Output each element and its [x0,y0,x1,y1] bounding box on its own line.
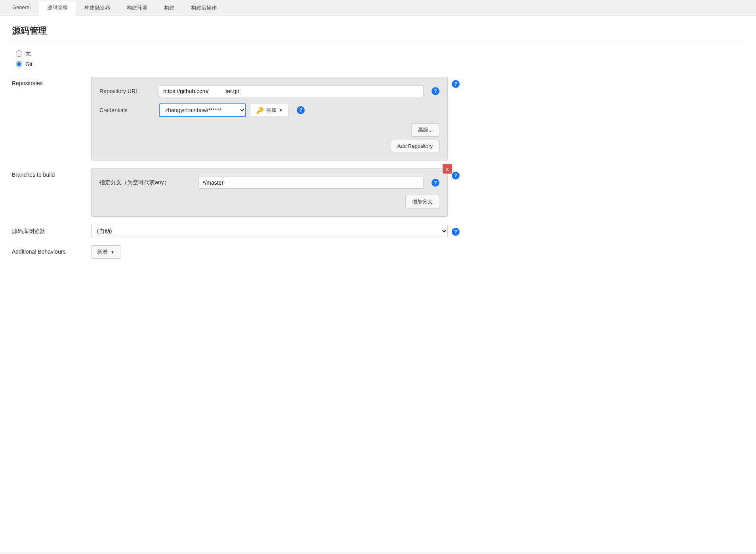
credentials-label: Credentials [99,107,155,113]
main-content: 源码管理 无 Git Repositories Repository URL ?… [0,15,756,552]
add-repo-row: Add Repository [99,140,439,152]
tab-post-build[interactable]: 构建后操作 [183,0,225,15]
browser-label: 源码库浏览器 [12,225,91,235]
add-branch-row: 增加分支 [99,195,439,208]
tab-build[interactable]: 构建 [156,0,183,15]
page-title: 源码管理 [12,25,744,42]
repo-url-help-icon[interactable]: ? [431,87,439,95]
radio-none-input[interactable] [16,50,22,57]
branch-input[interactable] [199,177,424,189]
credentials-help-icon[interactable]: ? [297,106,305,114]
repositories-label: Repositories [12,77,91,86]
credentials-row: Credentials zhangyinrainbow/******- 无 - … [99,103,439,117]
radio-none-option[interactable]: 无 [16,50,744,57]
repo-url-row: Repository URL ? [99,85,439,97]
advanced-button[interactable]: 高级... [411,123,439,137]
repo-url-input[interactable] [159,85,424,97]
repo-url-label: Repository URL [99,88,155,94]
tab-general[interactable]: General [4,0,39,15]
branch-input-label: 指定分支（为空时代表any） [99,179,195,186]
additional-content: 新增 ▼ [91,245,120,259]
radio-git-option[interactable]: Git [16,61,744,67]
add-behaviour-arrow: ▼ [111,250,115,254]
radio-git-label: Git [25,61,32,67]
add-branch-button[interactable]: 增加分支 [405,195,439,208]
tab-triggers[interactable]: 构建触发器 [76,0,118,15]
repositories-row: Repositories Repository URL ? Credential… [12,77,744,160]
browser-row: 源码库浏览器 (自动)GitHubGitLabBitbucket ? [12,225,744,237]
tabs-bar: General 源码管理 构建触发器 构建环境 构建 构建后操作 [0,0,756,15]
branch-input-row: 指定分支（为空时代表any） ? [99,177,439,189]
branches-section-help-icon[interactable]: ? [452,172,460,180]
tab-scm[interactable]: 源码管理 [39,0,76,15]
add-cred-text: 添加 [266,107,277,114]
browser-help-icon[interactable]: ? [452,228,460,236]
tab-env[interactable]: 构建环境 [118,0,156,15]
radio-git-input[interactable] [16,61,22,67]
add-cred-arrow: ▼ [279,108,283,113]
repo-buttons-row: 高级... [99,123,439,137]
radio-group: 无 Git [12,50,744,67]
branch-help-icon[interactable]: ? [431,179,439,187]
radio-none-label: 无 [25,50,31,57]
additional-label: Additional Behaviours [12,245,91,255]
branches-label: Branches to build [12,168,91,178]
add-behaviour-button[interactable]: 新增 ▼ [91,245,120,259]
delete-branch-button[interactable]: x [443,164,452,174]
branches-row: Branches to build x 指定分支（为空时代表any） ? 增加分… [12,168,744,217]
repositories-section-help-icon[interactable]: ? [452,80,460,88]
add-credentials-button[interactable]: 🔑 添加 ▼ [250,104,289,117]
branches-content: x 指定分支（为空时代表any） ? 增加分支 [91,168,448,217]
add-behaviour-text: 新增 [97,248,107,256]
add-repository-button[interactable]: Add Repository [391,140,439,152]
credentials-select[interactable]: zhangyinrainbow/******- 无 - [159,103,246,117]
repositories-content: Repository URL ? Credentials zhangyinrai… [91,77,448,160]
key-icon: 🔑 [256,107,264,114]
browser-select[interactable]: (自动)GitHubGitLabBitbucket [91,225,448,237]
additional-row: Additional Behaviours 新增 ▼ [12,245,744,259]
